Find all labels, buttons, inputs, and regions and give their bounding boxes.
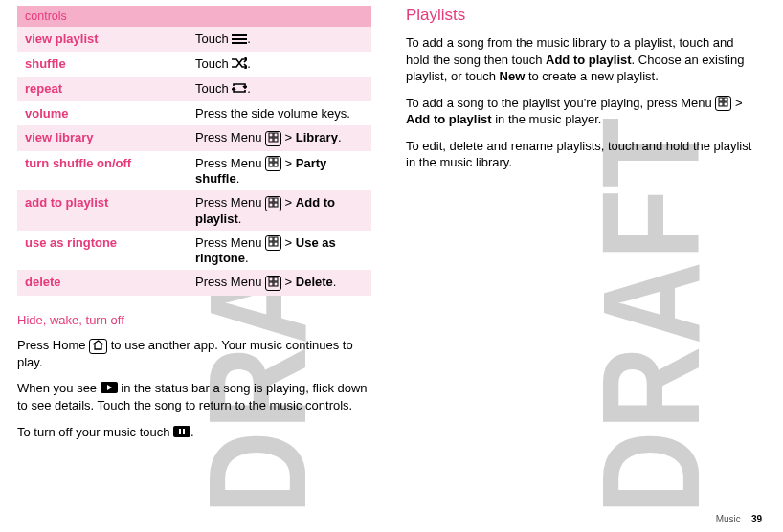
text: . [190, 425, 194, 439]
svg-rect-29 [719, 102, 723, 106]
controls-table: controls view playlist Touch . shuffle T… [17, 6, 371, 296]
table-row: volume Press the side volume keys. [17, 101, 371, 125]
row-label: volume [17, 101, 188, 125]
svg-rect-25 [179, 429, 181, 434]
text: > [731, 96, 742, 110]
svg-rect-15 [269, 237, 273, 241]
text: Press Menu [195, 156, 265, 170]
hide-heading: Hide, wake, turn off [17, 313, 371, 327]
svg-rect-5 [269, 138, 273, 142]
pause-badge-icon [173, 425, 190, 442]
table-row: add to playlist Press Menu > Add to play… [17, 190, 371, 231]
text: To add a song to the playlist you're pla… [406, 96, 715, 110]
bold-text: Library [296, 130, 338, 144]
text: Touch [195, 81, 232, 96]
page-footer: Music 39 [716, 514, 762, 524]
text: Press Home [17, 338, 89, 352]
row-action: Press Menu > Library. [188, 125, 371, 151]
table-row: shuffle Touch . [17, 52, 371, 77]
svg-rect-24 [173, 426, 190, 437]
svg-rect-22 [274, 282, 278, 286]
home-key-icon [89, 339, 107, 354]
svg-rect-17 [269, 242, 273, 246]
list-icon [232, 33, 247, 47]
row-action: Press Menu > Add to playlist. [188, 190, 371, 231]
text: . [247, 32, 251, 46]
left-column: controls view playlist Touch . shuffle T… [17, 6, 371, 451]
text: > [281, 156, 296, 170]
svg-rect-11 [269, 198, 273, 202]
bold-text: Add to playlist [546, 53, 632, 67]
table-row: use as ringtone Press Menu > Use as ring… [17, 231, 371, 271]
right-column: Playlists To add a song from the music l… [406, 6, 760, 451]
menu-key-icon [265, 235, 281, 251]
svg-rect-4 [274, 133, 278, 137]
playlists-heading: Playlists [406, 6, 760, 25]
bold-text: Delete [296, 275, 333, 289]
paragraph: To edit, delete and rename playlists, to… [406, 138, 760, 171]
row-action: Press Menu > Party shuffle. [188, 151, 371, 191]
text: Touch [195, 56, 232, 71]
menu-key-icon [715, 96, 731, 111]
text: Press the side volume keys. [195, 106, 350, 121]
table-row: view playlist Touch . [17, 27, 371, 52]
svg-rect-18 [274, 242, 278, 246]
svg-rect-30 [724, 102, 727, 106]
text: . [245, 251, 249, 265]
paragraph: Press Home to use another app. Your musi… [17, 337, 371, 370]
table-row: delete Press Menu > Delete. [17, 270, 371, 296]
text: > [281, 235, 296, 250]
svg-rect-12 [274, 198, 278, 202]
row-label: shuffle [17, 52, 188, 77]
row-label: view playlist [17, 27, 188, 52]
menu-key-icon [265, 131, 281, 146]
table-row: turn shuffle on/off Press Menu > Party s… [17, 151, 371, 191]
svg-rect-8 [274, 158, 278, 162]
shuffle-icon [232, 57, 247, 72]
menu-key-icon [265, 196, 281, 211]
text: to create a new playlist. [525, 69, 658, 83]
table-row: view library Press Menu > Library. [17, 125, 371, 151]
text: . [236, 171, 240, 186]
bold-text: Add to playlist [406, 112, 492, 126]
svg-rect-27 [719, 98, 723, 101]
repeat-icon [232, 82, 247, 97]
svg-rect-7 [269, 158, 273, 162]
row-label: repeat [17, 77, 188, 101]
svg-rect-19 [269, 277, 273, 281]
text: . [238, 211, 242, 226]
svg-rect-26 [183, 429, 185, 434]
text: . [333, 275, 337, 289]
controls-header: controls [17, 6, 371, 27]
row-label: use as ringtone [17, 231, 188, 271]
svg-rect-28 [724, 98, 727, 101]
svg-rect-20 [274, 277, 278, 281]
paragraph: To add a song from the music library to … [406, 34, 760, 85]
menu-key-icon [265, 276, 281, 291]
text: . [247, 81, 251, 96]
svg-rect-1 [232, 38, 247, 40]
text: > [281, 275, 296, 289]
text: . [338, 130, 342, 144]
svg-rect-16 [274, 237, 278, 241]
svg-rect-6 [274, 138, 278, 142]
footer-section: Music [716, 514, 741, 524]
text: To turn off your music touch [17, 425, 173, 439]
row-action: Press the side volume keys. [188, 101, 371, 125]
table-row: repeat Touch . [17, 77, 371, 101]
text: . [247, 56, 251, 71]
text: When you see [17, 381, 101, 395]
row-action: Touch . [188, 77, 371, 101]
text: Press Menu [195, 235, 265, 250]
paragraph: When you see in the status bar a song is… [17, 380, 371, 414]
text: Press Menu [195, 275, 265, 289]
paragraph: To turn off your music touch . [17, 424, 371, 441]
row-action: Touch . [188, 52, 371, 77]
svg-rect-0 [232, 34, 247, 36]
row-action: Press Menu > Use as ringtone. [188, 231, 371, 271]
row-action: Press Menu > Delete. [188, 270, 371, 296]
text: in the music player. [492, 112, 602, 126]
play-badge-icon [101, 381, 118, 398]
row-label: delete [17, 270, 188, 296]
row-action: Touch . [188, 27, 371, 52]
